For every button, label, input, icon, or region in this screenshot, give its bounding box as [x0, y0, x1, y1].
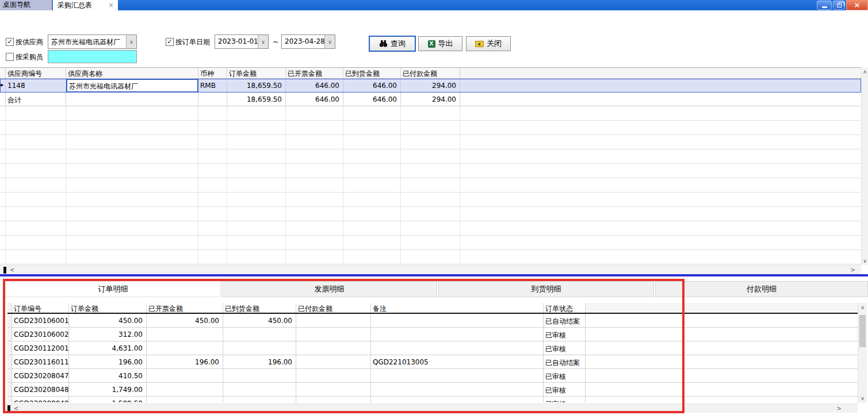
col-header-remark[interactable]: 备注	[371, 303, 544, 313]
cell-order-status[interactable]: 已审核	[544, 328, 586, 341]
scroll-right-icon[interactable]: >	[851, 266, 855, 274]
restore-button[interactable]	[833, 1, 845, 10]
cell-paid-amount[interactable]	[296, 383, 371, 397]
cell-order-status[interactable]: 已审核	[544, 369, 586, 383]
col-header-paid-amount[interactable]: 已付款金额	[296, 303, 371, 313]
tab-arrival-detail[interactable]: 到货明细	[438, 281, 654, 297]
summary-vertical-scrollbar[interactable]: ∧ ∨	[861, 68, 868, 265]
cell-remark[interactable]	[371, 383, 544, 397]
by-purchaser-checkbox[interactable]	[6, 53, 14, 61]
col-header-order-amount[interactable]: 订单金额	[227, 68, 286, 78]
tab-payment-detail[interactable]: 付款明细	[655, 281, 868, 297]
tab-invoice-detail[interactable]: 发票明细	[221, 281, 437, 297]
col-header-received-amount[interactable]: 已到货金额	[223, 303, 296, 313]
close-window-button[interactable]: ×	[846, 0, 868, 10]
cell-paid-amount[interactable]	[296, 328, 371, 341]
cell-order-no[interactable]: CGD230106002	[12, 328, 69, 341]
cell-order-status[interactable]: 已自动结案	[544, 314, 586, 328]
table-row[interactable]: CGD230208048 1,749.00 已审核	[7, 383, 858, 397]
query-button[interactable]: 查询	[369, 36, 416, 52]
table-row[interactable]: CGD230106001 450.00 450.00 450.00 已自动结案	[7, 314, 858, 328]
cell-paid-amount[interactable]: 294.00	[401, 79, 460, 93]
cell-order-status[interactable]: 已自动结案	[544, 355, 586, 369]
chevron-down-icon[interactable]: ∨	[258, 35, 268, 48]
cell-order-amount[interactable]: 1,749.00	[69, 383, 147, 397]
cell-invoiced-amount[interactable]: 196.00	[147, 355, 223, 369]
col-header-currency[interactable]: 币种	[198, 68, 227, 78]
cell-paid-amount[interactable]	[296, 314, 371, 328]
cell-order-amount[interactable]: 1,599.50	[69, 397, 147, 402]
tab-purchase-summary[interactable]: 采购汇总表 ×	[53, 0, 118, 10]
detail-vertical-scrollbar[interactable]: ∧ ∨	[858, 303, 867, 403]
scroll-right-icon[interactable]: >	[837, 405, 842, 412]
cell-order-status[interactable]: 已审核	[544, 341, 586, 355]
chevron-down-icon[interactable]: ∨	[324, 35, 335, 48]
cell-received-amount[interactable]: 646.00	[343, 79, 401, 93]
table-row[interactable]: CGD230106002 312.00 已审核	[7, 328, 858, 341]
scroll-left-icon[interactable]: <	[14, 405, 18, 412]
minimize-button[interactable]	[817, 1, 832, 10]
cell-supplier-id[interactable]: 1148	[6, 79, 66, 93]
cell-invoiced-amount[interactable]	[147, 369, 223, 383]
chevron-down-icon[interactable]: ∨	[126, 35, 136, 48]
pane-splitter[interactable]	[0, 274, 868, 276]
cell-order-amount[interactable]: 18,659.50	[227, 79, 286, 93]
table-row[interactable]: CGD230208047 410.50 已审核	[7, 369, 858, 383]
cell-order-no[interactable]: CGD230208049	[12, 397, 69, 402]
cell-invoiced-amount[interactable]	[147, 397, 223, 402]
cell-order-status[interactable]: 已审核	[544, 383, 586, 397]
scrollbar-thumb[interactable]	[7, 405, 10, 412]
cell-order-amount[interactable]: 410.50	[69, 369, 147, 383]
table-row[interactable]: ▶ 1148 苏州市光福电讯器材厂 RMB 18,659.50 646.00 6…	[0, 79, 861, 93]
purchaser-input[interactable]	[48, 50, 137, 63]
cell-order-no[interactable]: CGD230208048	[12, 383, 69, 397]
cell-paid-amount[interactable]	[296, 355, 371, 369]
col-header-supplier-id[interactable]: 供应商编号	[6, 68, 66, 78]
cell-order-status[interactable]: 已审核	[544, 397, 586, 402]
cell-invoiced-amount[interactable]	[147, 341, 223, 355]
table-row-total[interactable]: 合计 18,659.50 646.00 646.00 294.00	[0, 93, 861, 106]
cell-invoiced-amount[interactable]: 450.00	[147, 314, 223, 328]
col-header-invoiced-amount[interactable]: 已开票金额	[286, 68, 343, 78]
date-to-select[interactable]: 2023-04-28 ∨	[281, 34, 335, 49]
col-header-supplier-name[interactable]: 供应商名称	[66, 68, 198, 78]
cell-received-amount[interactable]	[223, 328, 296, 341]
scrollbar-thumb[interactable]	[859, 315, 866, 347]
cell-supplier-name[interactable]: 苏州市光福电讯器材厂	[66, 79, 198, 93]
cell-received-amount[interactable]	[223, 369, 296, 383]
scroll-up-icon[interactable]: ∧	[862, 69, 868, 75]
cell-received-amount[interactable]	[223, 341, 296, 355]
cell-order-amount[interactable]: 196.00	[69, 355, 147, 369]
cell-received-amount[interactable]: 450.00	[223, 314, 296, 328]
cell-order-no[interactable]: CGD230116011	[12, 355, 69, 369]
cell-remark[interactable]: QGD221013005	[371, 355, 544, 369]
cell-currency[interactable]: RMB	[198, 79, 227, 93]
cell-remark[interactable]	[371, 397, 544, 402]
cell-received-amount[interactable]: 196.00	[223, 355, 296, 369]
tab-order-detail[interactable]: 订单明细	[6, 281, 220, 297]
cell-order-no[interactable]: CGD230208047	[12, 369, 69, 383]
scrollbar-thumb[interactable]	[3, 267, 6, 274]
export-button[interactable]: X 导出	[418, 36, 462, 51]
detail-horizontal-scrollbar[interactable]: < >	[5, 404, 858, 413]
col-header-invoiced-amount[interactable]: 已开票金额	[147, 303, 223, 313]
summary-horizontal-scrollbar[interactable]: < >	[0, 265, 861, 274]
cell-received-amount[interactable]	[223, 397, 296, 402]
cell-invoiced-amount[interactable]	[147, 383, 223, 397]
cell-remark[interactable]	[371, 328, 544, 341]
table-row[interactable]: CGD230116011 196.00 196.00 196.00 QGD221…	[7, 355, 858, 369]
table-row[interactable]: CGD230208049 1,599.50 已审核	[7, 397, 858, 402]
cell-order-no[interactable]: CGD230106001	[12, 314, 69, 328]
cell-order-amount[interactable]: 312.00	[69, 328, 147, 341]
cell-remark[interactable]	[371, 341, 544, 355]
cell-paid-amount[interactable]	[296, 369, 371, 383]
cell-remark[interactable]	[371, 369, 544, 383]
cell-paid-amount[interactable]	[296, 341, 371, 355]
by-supplier-checkbox[interactable]: ✓	[6, 38, 14, 46]
cell-paid-amount[interactable]	[296, 397, 371, 402]
col-header-order-amount[interactable]: 订单金额	[69, 303, 147, 313]
scroll-up-icon[interactable]: ∧	[858, 305, 867, 310]
col-header-order-no[interactable]: 订单编号	[12, 303, 69, 313]
cell-received-amount[interactable]	[223, 383, 296, 397]
date-from-select[interactable]: 2023-01-01 ∨	[215, 34, 269, 49]
